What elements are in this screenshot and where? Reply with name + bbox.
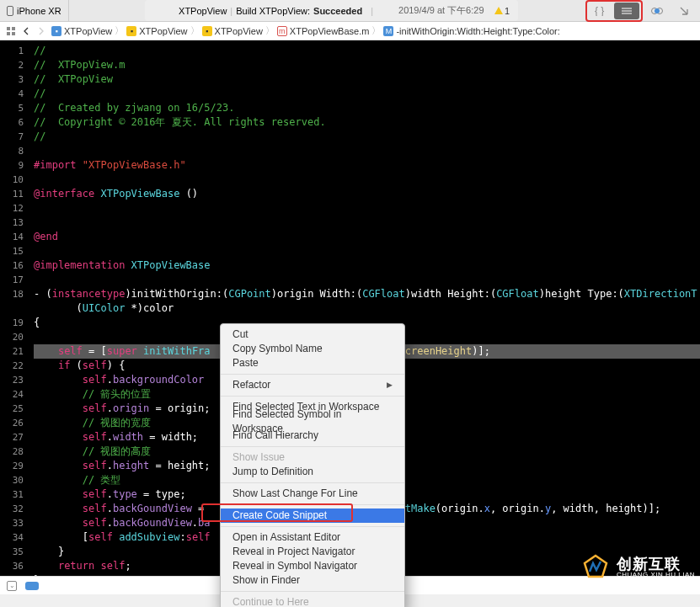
project-name: XTPopView bbox=[179, 6, 227, 16]
logo-icon bbox=[581, 553, 610, 582]
breadcrumb-item[interactable]: M -initWithOrigin:Width:Height:Type:Colo… bbox=[381, 26, 562, 36]
code-line[interactable]: - (instancetype)initWithOrigin:(CGPoint)… bbox=[34, 287, 700, 301]
code-line[interactable] bbox=[34, 273, 700, 287]
separator: | bbox=[230, 6, 232, 16]
code-line[interactable] bbox=[34, 173, 700, 187]
code-line[interactable]: // XTPopView bbox=[34, 72, 700, 87]
logo-en: CHUANG XIN HU LIAN bbox=[617, 572, 695, 578]
forward-button[interactable] bbox=[34, 24, 49, 39]
menu-item-jump-to-definition[interactable]: Jump to Definition bbox=[221, 465, 404, 479]
line-number: 28 bbox=[0, 445, 24, 459]
code-line[interactable] bbox=[34, 201, 700, 216]
menu-item-label: Show in Finder bbox=[232, 573, 300, 588]
line-number: 11 bbox=[0, 187, 24, 201]
lines-icon bbox=[621, 7, 633, 15]
breadcrumb-item[interactable]: ▪ XTPopView bbox=[124, 26, 190, 36]
menu-item-show-in-finder[interactable]: Show in Finder bbox=[221, 573, 404, 588]
scope-button[interactable] bbox=[25, 582, 39, 590]
code-line[interactable]: // bbox=[34, 44, 700, 58]
chevron-right-icon: 〉 bbox=[115, 24, 124, 37]
code-line[interactable]: // bbox=[34, 130, 700, 144]
menu-separator bbox=[221, 591, 404, 592]
line-number: 5 bbox=[0, 101, 24, 115]
breadcrumb-item[interactable]: ▪ XTPopView bbox=[49, 26, 115, 36]
line-number: 27 bbox=[0, 430, 24, 445]
logo-text: 创新互联 CHUANG XIN HU LIAN bbox=[617, 556, 695, 578]
menu-item-paste[interactable]: Paste bbox=[221, 356, 404, 370]
code-line[interactable]: // Created by zjwang on 16/5/23. bbox=[34, 101, 700, 115]
menu-item-reveal-in-symbol-navigator[interactable]: Reveal in Symbol Navigator bbox=[221, 559, 404, 573]
line-gutter: 1234567891011121314151617181920212223242… bbox=[0, 40, 29, 576]
code-line[interactable]: #import "XTPopViewBase.h" bbox=[34, 158, 700, 173]
code-line[interactable]: @end bbox=[34, 230, 700, 244]
menu-item-label: Open in Assistant Editor bbox=[232, 530, 340, 545]
menu-item-cut[interactable]: Cut bbox=[221, 327, 404, 342]
device-selector[interactable]: iPhone XR bbox=[0, 0, 69, 21]
build-status-bar[interactable]: XTPopView | Build XTPopView: Succeeded |… bbox=[145, 0, 518, 21]
breadcrumb: ▪ XTPopView 〉 ▪ XTPopView 〉 ▪ XTPopView … bbox=[0, 22, 700, 40]
menu-separator bbox=[221, 446, 404, 447]
menu-item-open-in-assistant-editor[interactable]: Open in Assistant Editor bbox=[221, 530, 404, 545]
line-number: 8 bbox=[0, 144, 24, 158]
warning-badge[interactable]: 1 bbox=[494, 6, 510, 16]
code-line[interactable] bbox=[34, 144, 700, 158]
menu-item-label: Show Issue bbox=[232, 450, 285, 465]
device-label: iPhone XR bbox=[17, 6, 61, 16]
code-line[interactable]: // bbox=[34, 87, 700, 101]
menu-item-label: Create Code Snippet bbox=[232, 508, 327, 523]
line-number: 29 bbox=[0, 459, 24, 473]
code-line[interactable] bbox=[34, 216, 700, 230]
back-button[interactable] bbox=[19, 24, 34, 39]
line-number: 18 bbox=[0, 287, 24, 301]
line-number: 21 bbox=[0, 344, 24, 359]
code-line[interactable]: // Copyright © 2016年 夏天. All rights rese… bbox=[34, 115, 700, 130]
line-number: 30 bbox=[0, 473, 24, 487]
code-line[interactable] bbox=[34, 244, 700, 258]
editor-mode-highlight: { } bbox=[585, 0, 643, 22]
chevron-left-icon bbox=[23, 27, 29, 35]
code-line[interactable]: @interface XTPopViewBase () bbox=[34, 187, 700, 201]
related-items-button[interactable] bbox=[3, 24, 19, 39]
code-line[interactable]: @implementation XTPopViewBase bbox=[34, 258, 700, 273]
arrow-button[interactable] bbox=[671, 3, 697, 19]
phone-icon bbox=[7, 6, 13, 16]
menu-item-show-last-change-for-line[interactable]: Show Last Change For Line bbox=[221, 487, 404, 501]
breadcrumb-label: XTPopView bbox=[139, 26, 187, 36]
line-number: 12 bbox=[0, 201, 24, 216]
menu-item-label: Jump to Definition bbox=[232, 465, 313, 479]
line-number: 15 bbox=[0, 244, 24, 258]
code-line[interactable]: // XTPopView.m bbox=[34, 58, 700, 72]
method-icon: M bbox=[383, 26, 393, 36]
menu-item-reveal-in-project-navigator[interactable]: Reveal in Project Navigator bbox=[221, 545, 404, 559]
line-number: 35 bbox=[0, 545, 24, 559]
line-number: 10 bbox=[0, 173, 24, 187]
menu-item-refactor[interactable]: Refactor▶ bbox=[221, 378, 404, 392]
code-line[interactable]: (UIColor *)color bbox=[34, 301, 700, 316]
line-number: 9 bbox=[0, 158, 24, 173]
menu-item-label: Reveal in Project Navigator bbox=[232, 545, 355, 559]
menu-separator bbox=[221, 482, 404, 483]
line-number bbox=[0, 301, 24, 316]
separator: | bbox=[371, 6, 373, 16]
line-number: 14 bbox=[0, 230, 24, 244]
line-number: 24 bbox=[0, 387, 24, 402]
standard-editor-button[interactable]: { } bbox=[589, 3, 614, 19]
build-status: Succeeded bbox=[313, 6, 362, 16]
toolbar-right: { } bbox=[585, 0, 700, 21]
menu-item-create-code-snippet[interactable]: Create Code Snippet bbox=[221, 508, 404, 523]
assistant-editor-button[interactable] bbox=[614, 3, 639, 19]
breadcrumb-item[interactable]: m XTPopViewBase.m bbox=[275, 26, 372, 36]
folder-icon: ▪ bbox=[202, 26, 212, 36]
svg-rect-8 bbox=[7, 32, 10, 35]
filter-button[interactable]: ⌄ bbox=[7, 581, 17, 591]
menu-separator bbox=[221, 374, 404, 375]
breadcrumb-item[interactable]: ▪ XTPopView bbox=[200, 26, 265, 36]
chevron-right-icon bbox=[38, 27, 45, 35]
menu-item-label: Refactor bbox=[232, 378, 270, 392]
menu-item-copy-symbol-name[interactable]: Copy Symbol Name bbox=[221, 342, 404, 356]
chevron-right-icon: 〉 bbox=[190, 24, 200, 37]
chevron-right-icon: 〉 bbox=[265, 24, 275, 37]
m-file-icon: m bbox=[277, 26, 287, 36]
line-number: 34 bbox=[0, 530, 24, 545]
menu-item-find-selected-symbol-in-workspace[interactable]: Find Selected Symbol in Workspace bbox=[221, 414, 404, 429]
